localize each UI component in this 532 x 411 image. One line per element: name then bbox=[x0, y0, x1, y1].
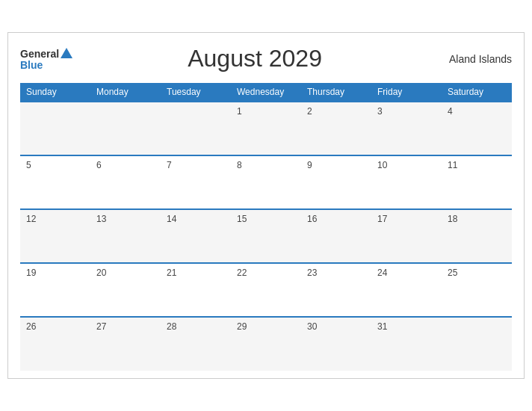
calendar-cell: 27 bbox=[90, 317, 161, 371]
calendar-cell: 2 bbox=[301, 102, 371, 155]
calendar-cell: 18 bbox=[442, 209, 512, 263]
month-title: August 2029 bbox=[72, 45, 437, 72]
calendar-cell: 20 bbox=[90, 263, 161, 317]
day-number: 14 bbox=[167, 214, 176, 224]
calendar-header-row: Sunday Monday Tuesday Wednesday Thursday… bbox=[20, 83, 512, 102]
calendar-cell bbox=[20, 102, 90, 155]
calendar-cell: 8 bbox=[231, 155, 301, 209]
calendar-cell bbox=[90, 102, 161, 155]
calendar-cell: 9 bbox=[301, 155, 371, 209]
day-number: 8 bbox=[237, 160, 242, 170]
calendar-cell: 19 bbox=[20, 263, 90, 317]
calendar-cell: 4 bbox=[442, 102, 512, 155]
calendar-cell: 6 bbox=[90, 155, 161, 209]
day-number: 15 bbox=[237, 214, 247, 224]
day-number: 4 bbox=[448, 106, 453, 117]
day-number: 6 bbox=[96, 160, 102, 170]
day-number: 26 bbox=[26, 321, 36, 332]
day-number: 16 bbox=[307, 214, 317, 224]
calendar-cell: 24 bbox=[371, 263, 442, 317]
day-number: 23 bbox=[307, 268, 317, 278]
col-thursday: Thursday bbox=[301, 83, 371, 102]
region-label: Aland Islands bbox=[437, 53, 512, 65]
calendar-cell: 31 bbox=[371, 317, 442, 371]
logo-general: General bbox=[20, 49, 59, 59]
col-wednesday: Wednesday bbox=[231, 83, 301, 102]
logo: General Blue bbox=[20, 48, 72, 70]
day-number: 20 bbox=[96, 268, 106, 278]
calendar-cell: 16 bbox=[301, 209, 371, 263]
calendar-cell: 10 bbox=[371, 155, 442, 209]
calendar-header: General Blue August 2029 Aland Islands bbox=[20, 45, 512, 72]
calendar-cell: 5 bbox=[20, 155, 90, 209]
calendar-week-4: 19202122232425 bbox=[20, 263, 512, 317]
calendar-cell bbox=[442, 317, 512, 371]
calendar-cell: 3 bbox=[371, 102, 442, 155]
col-friday: Friday bbox=[371, 83, 442, 102]
calendar-cell: 15 bbox=[231, 209, 301, 263]
calendar-body: 1234567891011121314151617181920212223242… bbox=[20, 102, 512, 371]
day-number: 24 bbox=[377, 268, 387, 278]
day-number: 2 bbox=[307, 106, 312, 117]
calendar-cell: 11 bbox=[442, 155, 512, 209]
col-tuesday: Tuesday bbox=[161, 83, 231, 102]
day-number: 12 bbox=[26, 214, 36, 224]
day-number: 27 bbox=[96, 321, 106, 332]
day-number: 9 bbox=[307, 160, 312, 170]
logo-blue: Blue bbox=[20, 60, 72, 70]
calendar-table: Sunday Monday Tuesday Wednesday Thursday… bbox=[20, 83, 512, 371]
calendar-week-2: 567891011 bbox=[20, 155, 512, 209]
calendar-cell bbox=[161, 102, 231, 155]
col-saturday: Saturday bbox=[442, 83, 512, 102]
calendar-week-1: 1234 bbox=[20, 102, 512, 155]
day-number: 22 bbox=[237, 268, 247, 278]
day-number: 3 bbox=[377, 106, 383, 117]
day-number: 19 bbox=[26, 268, 36, 278]
day-number: 29 bbox=[237, 321, 247, 332]
calendar-cell: 7 bbox=[161, 155, 231, 209]
col-sunday: Sunday bbox=[20, 83, 90, 102]
day-number: 13 bbox=[96, 214, 106, 224]
day-number: 28 bbox=[167, 321, 176, 332]
calendar-cell: 29 bbox=[231, 317, 301, 371]
calendar-cell: 1 bbox=[231, 102, 301, 155]
day-number: 7 bbox=[167, 160, 172, 170]
calendar-container: General Blue August 2029 Aland Islands S… bbox=[7, 32, 525, 379]
calendar-cell: 28 bbox=[161, 317, 231, 371]
calendar-cell: 25 bbox=[442, 263, 512, 317]
calendar-cell: 14 bbox=[161, 209, 231, 263]
day-number: 30 bbox=[307, 321, 317, 332]
day-number: 1 bbox=[237, 106, 242, 117]
day-number: 17 bbox=[377, 214, 387, 224]
calendar-cell: 21 bbox=[161, 263, 231, 317]
day-number: 18 bbox=[448, 214, 457, 224]
calendar-cell: 13 bbox=[90, 209, 161, 263]
calendar-cell: 22 bbox=[231, 263, 301, 317]
calendar-week-5: 262728293031 bbox=[20, 317, 512, 371]
day-number: 25 bbox=[448, 268, 457, 278]
day-number: 21 bbox=[167, 268, 176, 278]
col-monday: Monday bbox=[90, 83, 161, 102]
calendar-cell: 30 bbox=[301, 317, 371, 371]
calendar-cell: 26 bbox=[20, 317, 90, 371]
logo-triangle-icon bbox=[61, 48, 72, 58]
calendar-cell: 12 bbox=[20, 209, 90, 263]
day-number: 31 bbox=[377, 321, 387, 332]
calendar-cell: 23 bbox=[301, 263, 371, 317]
calendar-week-3: 12131415161718 bbox=[20, 209, 512, 263]
day-number: 5 bbox=[26, 160, 31, 170]
day-number: 10 bbox=[377, 160, 387, 170]
day-number: 11 bbox=[448, 160, 457, 170]
calendar-cell: 17 bbox=[371, 209, 442, 263]
